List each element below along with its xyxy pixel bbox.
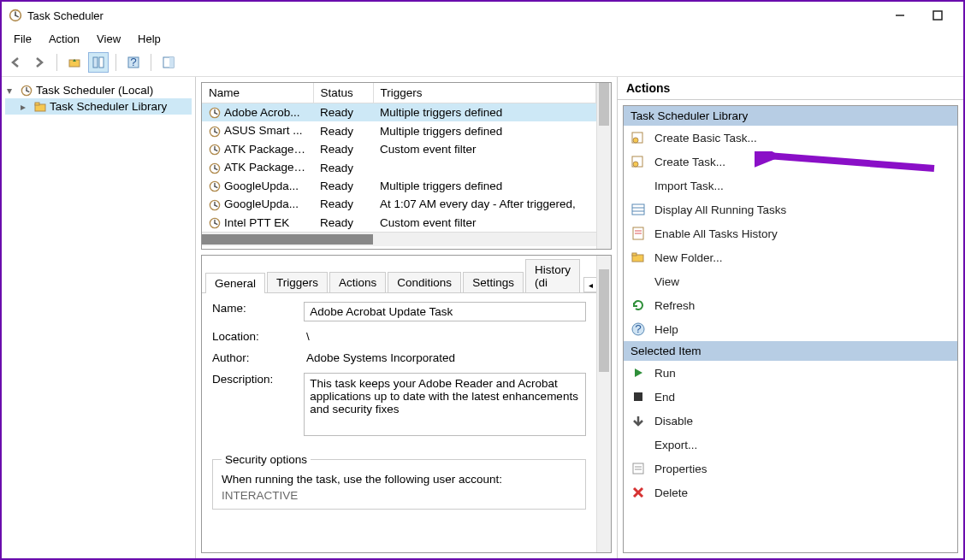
library-icon <box>34 101 46 113</box>
action-disable[interactable]: Disable <box>624 409 957 433</box>
action-import-task[interactable]: Import Task... <box>624 174 957 197</box>
task-list-vscroll[interactable] <box>596 83 611 249</box>
action-run[interactable]: Run <box>624 361 957 385</box>
task-list: Name Status Triggers Adobe Acrob...Ready… <box>201 82 612 250</box>
action-new-folder[interactable]: New Folder... <box>624 245 957 269</box>
toolbar-separator <box>56 54 57 71</box>
tab-history[interactable]: History (di <box>525 259 580 292</box>
tool-bar: ? <box>2 48 963 77</box>
help-button[interactable]: ? <box>123 52 144 73</box>
svg-point-39 <box>633 138 638 143</box>
action-label: Export... <box>654 439 697 451</box>
up-folder-button[interactable] <box>64 52 85 73</box>
action-create-task[interactable]: Create Task... <box>624 150 957 174</box>
back-button[interactable] <box>5 52 26 73</box>
cell-name: Adobe Acrob... <box>224 106 300 119</box>
menu-file[interactable]: File <box>5 31 40 47</box>
clock-icon <box>21 85 33 97</box>
name-field[interactable]: Adobe Acrobat Update Task <box>304 302 586 321</box>
cell-status: Ready <box>320 162 353 174</box>
description-field[interactable]: This task keeps your Adobe Reader and Ac… <box>304 373 586 436</box>
minimize-button[interactable] <box>881 3 919 27</box>
tree-library-label: Task Scheduler Library <box>50 100 167 113</box>
tab-settings[interactable]: Settings <box>463 272 524 292</box>
title-bar: Task Scheduler <box>2 2 963 29</box>
expander-icon[interactable]: ▾ <box>7 85 17 97</box>
cell-name: ATK Package ... <box>224 143 307 156</box>
author-value: Adobe Systems Incorporated <box>306 351 586 364</box>
table-row[interactable]: Intel PTT EKReadyCustom event filter <box>202 214 596 232</box>
enable-history-icon <box>631 227 646 240</box>
table-row[interactable]: ATK Package ...Ready <box>202 158 596 176</box>
refresh-icon <box>631 298 646 312</box>
svg-rect-52 <box>634 392 642 401</box>
cell-status: Ready <box>320 180 353 192</box>
cell-name: ASUS Smart ... <box>224 124 303 137</box>
action-label: Create Basic Task... <box>654 132 757 144</box>
app-icon <box>9 9 22 22</box>
svg-rect-7 <box>99 57 104 68</box>
action-end[interactable]: End <box>624 385 957 409</box>
maximize-button[interactable] <box>919 3 956 27</box>
detail-vscroll[interactable] <box>596 256 611 552</box>
menu-action[interactable]: Action <box>40 31 88 47</box>
security-account: INTERACTIVE <box>222 489 577 502</box>
action-view[interactable]: View <box>624 269 957 293</box>
action-display-running[interactable]: Display All Running Tasks <box>624 197 957 221</box>
tab-general[interactable]: General <box>205 273 265 293</box>
security-options: Security options When running the task, … <box>212 453 586 510</box>
tree-root[interactable]: ▾ Task Scheduler (Local) <box>5 82 192 98</box>
action-label: Refresh <box>654 299 695 312</box>
toolbar-separator <box>115 54 116 71</box>
svg-rect-6 <box>93 57 98 68</box>
window-title: Task Scheduler <box>27 9 881 22</box>
action-properties[interactable]: Properties <box>624 457 957 480</box>
cell-name: ATK Package ... <box>224 161 307 174</box>
expander-icon[interactable]: ▸ <box>21 101 31 113</box>
import-icon <box>631 179 646 192</box>
table-row[interactable]: GoogleUpda...ReadyAt 1:07 AM every day -… <box>202 195 596 213</box>
security-text: When running the task, use the following… <box>222 473 577 486</box>
tab-scroll-left[interactable]: ◂ <box>583 277 596 292</box>
action-refresh[interactable]: Refresh <box>624 293 957 317</box>
cell-status: Ready <box>320 197 353 210</box>
svg-rect-11 <box>169 57 174 68</box>
col-header-triggers[interactable]: Triggers <box>373 83 596 103</box>
center-pane: Name Status Triggers Adobe Acrob...Ready… <box>196 77 617 558</box>
table-row[interactable]: ASUS Smart ...ReadyMultiple triggers def… <box>202 121 596 139</box>
action-label: New Folder... <box>654 251 723 264</box>
menu-bar: File Action View Help <box>2 29 963 48</box>
action-export[interactable]: Export... <box>624 433 957 457</box>
show-tree-button[interactable] <box>88 52 109 73</box>
action-create-basic-task[interactable]: Create Basic Task... <box>624 126 957 150</box>
table-row[interactable]: GoogleUpda...ReadyMultiple triggers defi… <box>202 177 596 195</box>
tab-actions[interactable]: Actions <box>329 272 386 292</box>
cell-status: Ready <box>320 143 353 156</box>
tab-conditions[interactable]: Conditions <box>388 272 461 292</box>
action-label: Run <box>654 367 676 380</box>
action-label: View <box>654 275 679 288</box>
menu-help[interactable]: Help <box>129 31 169 47</box>
actions-pane: Actions Task Scheduler Library Create Ba… <box>617 77 963 558</box>
col-header-name[interactable]: Name <box>202 83 313 103</box>
task-list-hscroll[interactable] <box>202 232 596 246</box>
tree-root-label: Task Scheduler (Local) <box>36 84 153 97</box>
action-enable-history[interactable]: Enable All Tasks History <box>624 221 957 245</box>
main-area: ▾ Task Scheduler (Local) ▸ Task Schedule… <box>2 77 963 558</box>
col-header-status[interactable]: Status <box>313 83 373 103</box>
action-delete[interactable]: Delete <box>624 480 957 504</box>
svg-rect-4 <box>933 11 942 20</box>
table-row[interactable]: ATK Package ...ReadyCustom event filter <box>202 140 596 158</box>
action-label: Delete <box>654 486 688 499</box>
tab-triggers[interactable]: Triggers <box>267 272 328 292</box>
description-label: Description: <box>212 373 287 436</box>
properties-icon <box>631 462 646 475</box>
task-detail-panel: General Triggers Actions Conditions Sett… <box>201 255 612 553</box>
table-row[interactable]: Adobe Acrob...ReadyMultiple triggers def… <box>202 103 596 122</box>
svg-rect-53 <box>633 463 643 474</box>
menu-view[interactable]: View <box>88 31 129 47</box>
action-pane-button[interactable] <box>158 52 179 73</box>
forward-button[interactable] <box>29 52 50 73</box>
tree-library[interactable]: ▸ Task Scheduler Library <box>5 98 192 115</box>
action-help[interactable]: ? Help <box>624 317 957 341</box>
